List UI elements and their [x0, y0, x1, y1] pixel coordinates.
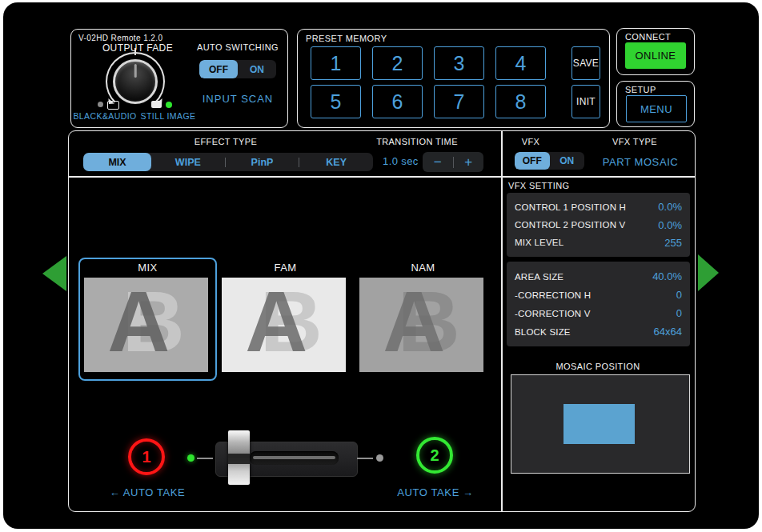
- thumb-preview-image: B A: [222, 278, 346, 372]
- fader-left-dot: [187, 454, 195, 462]
- setting-label: -CORRECTION H: [515, 290, 591, 300]
- setting-value: 0: [676, 307, 682, 319]
- horizontal-divider: [69, 176, 695, 178]
- setup-label: SETUP: [625, 85, 656, 94]
- setting-row[interactable]: MIX LEVEL 255: [507, 237, 690, 249]
- preset-button-3[interactable]: 3: [434, 46, 484, 80]
- auto-switching-label: AUTO SWITCHING: [182, 42, 294, 52]
- knob-dial[interactable]: [113, 59, 158, 104]
- preset-button-6[interactable]: 6: [372, 85, 423, 118]
- menu-button[interactable]: MENU: [626, 95, 687, 122]
- fader-left-line: [197, 458, 213, 459]
- setting-label: CONTROL 1 POSITION H: [515, 202, 626, 212]
- setting-row[interactable]: CONTROL 1 POSITION H 0.0%: [507, 201, 690, 213]
- thumb-fam[interactable]: FAM B A: [216, 258, 355, 381]
- tab-wipe[interactable]: WIPE: [151, 153, 225, 171]
- preset-button-7[interactable]: 7: [434, 85, 484, 118]
- knob-pointer: [134, 64, 137, 78]
- online-status-button[interactable]: ONLINE: [625, 42, 686, 69]
- tab-pinp[interactable]: PinP: [226, 153, 299, 171]
- setting-value: 40.0%: [652, 270, 682, 282]
- vfx-setting-group-1: CONTROL 1 POSITION H 0.0% CONTROL 2 POSI…: [507, 193, 690, 257]
- thumb-mix[interactable]: MIX B A: [78, 258, 217, 381]
- setting-value: 64x64: [654, 326, 682, 338]
- black-audio-indicator-dot: [98, 102, 103, 107]
- tab-key[interactable]: KEY: [299, 153, 373, 171]
- thumb-preview-image: B A: [359, 278, 483, 372]
- vfx-type-label: VFX TYPE: [587, 137, 683, 146]
- thumb-label: MIX: [80, 262, 215, 274]
- setting-row[interactable]: BLOCK SIZE 64x64: [507, 326, 690, 338]
- fader-right-line: [357, 458, 373, 459]
- transition-time-label: TRANSITION TIME: [353, 137, 481, 146]
- mosaic-position-area[interactable]: [511, 374, 690, 474]
- vfx-label: VFX: [499, 137, 563, 146]
- connect-panel: CONNECT ONLINE: [616, 28, 695, 75]
- vertical-divider: [501, 131, 503, 511]
- still-image-label: STILL IMAGE: [136, 111, 200, 121]
- mosaic-position-handle[interactable]: [563, 404, 635, 444]
- plus-button[interactable]: +: [454, 152, 484, 172]
- fader-slot: [250, 451, 339, 465]
- auto-switching-off-button[interactable]: OFF: [199, 60, 238, 78]
- setting-label: AREA SIZE: [515, 272, 563, 282]
- input-scan-button[interactable]: INPUT SCAN: [182, 93, 294, 105]
- auto-switching-on-button[interactable]: ON: [238, 60, 276, 78]
- setup-panel: SETUP MENU: [616, 81, 695, 127]
- effect-type-label: EFFECT TYPE: [146, 137, 306, 146]
- setting-row[interactable]: -CORRECTION H 0: [507, 289, 690, 301]
- fader-handle-band: [228, 454, 250, 464]
- setting-value: 255: [664, 237, 682, 249]
- preview-letter-a: A: [245, 278, 307, 365]
- black-audio-label: BLACK&AUDIO: [73, 111, 137, 121]
- preset-button-4[interactable]: 4: [495, 46, 546, 80]
- setting-row[interactable]: -CORRECTION V 0: [507, 307, 690, 319]
- vfx-off-button[interactable]: OFF: [515, 152, 550, 170]
- app-window: V-02HD Remote 1.2.0 OUTPUT FADE BLACK&AU…: [3, 2, 759, 529]
- setting-label: MIX LEVEL: [515, 238, 563, 247]
- screen: V-02HD Remote 1.2.0 OUTPUT FADE BLACK&AU…: [0, 0, 762, 532]
- tab-mix[interactable]: MIX: [83, 153, 151, 171]
- input-1-button[interactable]: 1: [128, 438, 165, 475]
- thumb-nam[interactable]: NAM B A: [354, 258, 492, 381]
- preset-button-8[interactable]: 8: [495, 85, 546, 118]
- next-arrow-icon[interactable]: [698, 254, 719, 291]
- auto-switching-toggle: OFF ON: [199, 60, 276, 78]
- setting-row[interactable]: AREA SIZE 40.0%: [507, 270, 690, 282]
- vfx-type-value[interactable]: PART MOSAIC: [576, 156, 704, 168]
- preset-button-5[interactable]: 5: [311, 85, 361, 118]
- minus-button[interactable]: −: [423, 152, 453, 172]
- auto-take-left-button[interactable]: ← AUTO TAKE: [91, 486, 203, 498]
- preview-letter-a: A: [383, 278, 445, 365]
- mosaic-position-label: MOSAIC POSITION: [518, 362, 678, 371]
- setting-value: 0: [676, 289, 682, 301]
- preview-letter-a: A: [107, 278, 170, 365]
- preset-button-2[interactable]: 2: [372, 46, 423, 80]
- prev-arrow-icon[interactable]: [42, 256, 66, 291]
- effect-type-tabs: MIX WIPE PinP KEY: [83, 153, 373, 171]
- input-2-button[interactable]: 2: [416, 437, 453, 474]
- save-button[interactable]: SAVE: [572, 46, 600, 80]
- fader-slot-bar: [253, 456, 335, 459]
- setting-label: BLOCK SIZE: [515, 327, 571, 337]
- thumb-preview-image: B A: [84, 278, 208, 372]
- preset-memory-label: PRESET MEMORY: [306, 34, 387, 43]
- fader-handle[interactable]: [228, 430, 250, 485]
- still-image-indicator-dot: [166, 102, 172, 108]
- vfx-setting-group-2: AREA SIZE 40.0% -CORRECTION H 0 -CORRECT…: [507, 262, 690, 346]
- transition-time-stepper: − +: [423, 152, 483, 172]
- preset-memory-panel: PRESET MEMORY 1 2 3 4 5 6 7 8 SAVE INIT: [297, 29, 610, 128]
- setting-value: 0.0%: [658, 201, 682, 213]
- init-button[interactable]: INIT: [572, 85, 600, 118]
- preset-button-1[interactable]: 1: [311, 46, 361, 80]
- connect-label: CONNECT: [625, 32, 671, 42]
- setting-label: CONTROL 2 POSITION V: [515, 220, 625, 230]
- thumb-label: NAM: [355, 262, 491, 274]
- auto-take-right-button[interactable]: AUTO TAKE →: [379, 486, 491, 498]
- thumb-label: FAM: [218, 262, 353, 274]
- transition-time-value: 1.0 sec: [383, 155, 419, 167]
- setting-row[interactable]: CONTROL 2 POSITION V 0.0%: [507, 219, 690, 231]
- output-fade-panel: V-02HD Remote 1.2.0 OUTPUT FADE BLACK&AU…: [70, 29, 288, 128]
- still-image-indicator-square: [151, 101, 162, 108]
- main-panel: EFFECT TYPE MIX WIPE PinP KEY TRANSITION…: [68, 130, 696, 512]
